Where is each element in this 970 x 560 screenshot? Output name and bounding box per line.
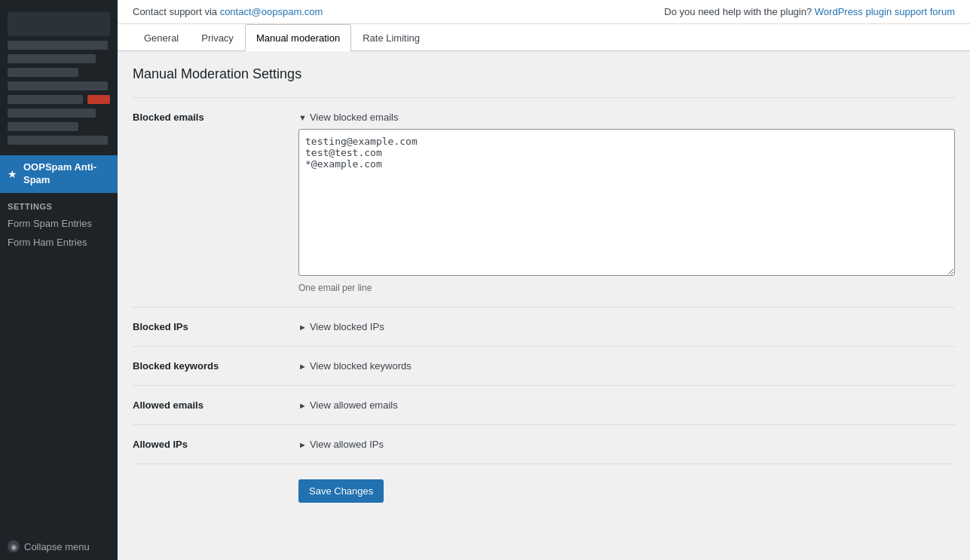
blocked-keywords-row: Blocked keywords ► View blocked keywords bbox=[133, 347, 955, 386]
topbar-contact: Contact support via contact@oopspam.com bbox=[133, 6, 323, 17]
sidebar-plugin-label: OOPSpam Anti-Spam bbox=[23, 161, 110, 187]
blocked-emails-field: ▼ View blocked emails One email per line bbox=[298, 98, 955, 308]
tab-rate-limiting[interactable]: Rate Limiting bbox=[351, 24, 431, 51]
save-button[interactable]: Save Changes bbox=[298, 479, 384, 503]
allowed-emails-toggle[interactable]: ► View allowed emails bbox=[298, 399, 955, 411]
blocked-emails-hint: One email per line bbox=[298, 283, 955, 293]
sidebar-plugin-item[interactable]: ★ OOPSpam Anti-Spam bbox=[0, 155, 118, 193]
star-icon: ★ bbox=[8, 168, 17, 180]
sidebar: ★ OOPSpam Anti-Spam Settings Form Spam E… bbox=[0, 0, 118, 560]
blocked-emails-arrow: ▼ bbox=[298, 113, 307, 122]
help-link[interactable]: WordPress plugin support forum bbox=[815, 6, 955, 17]
content-area: General Privacy Manual moderation Rate L… bbox=[118, 24, 970, 560]
allowed-ips-arrow: ► bbox=[298, 440, 307, 449]
topbar: Contact support via contact@oopspam.com … bbox=[118, 0, 970, 24]
help-text: Do you need help with the plugin? bbox=[664, 6, 814, 17]
allowed-emails-row: Allowed emails ► View allowed emails bbox=[133, 386, 955, 425]
tab-manual-moderation[interactable]: Manual moderation bbox=[245, 24, 351, 51]
tab-general[interactable]: General bbox=[133, 24, 190, 51]
blocked-emails-textarea[interactable] bbox=[298, 129, 955, 276]
allowed-ips-row: Allowed IPs ► View allowed IPs bbox=[133, 425, 955, 464]
main-content: Contact support via contact@oopspam.com … bbox=[118, 0, 970, 560]
blocked-keywords-field: ► View blocked keywords bbox=[298, 347, 955, 386]
allowed-ips-toggle[interactable]: ► View allowed IPs bbox=[298, 439, 955, 450]
settings-area: Manual Moderation Settings Blocked email… bbox=[118, 51, 970, 533]
blocked-keywords-toggle-label: View blocked keywords bbox=[310, 360, 412, 372]
blocked-ips-field: ► View blocked IPs bbox=[298, 308, 955, 347]
blocked-ips-toggle[interactable]: ► View blocked IPs bbox=[298, 321, 955, 332]
blocked-ips-toggle-label: View blocked IPs bbox=[310, 321, 384, 332]
blocked-keywords-toggle[interactable]: ► View blocked keywords bbox=[298, 360, 955, 372]
blocked-ips-arrow: ► bbox=[298, 323, 307, 332]
topbar-help: Do you need help with the plugin? WordPr… bbox=[664, 6, 955, 17]
page-title: Manual Moderation Settings bbox=[133, 66, 955, 82]
allowed-ips-field: ► View allowed IPs bbox=[298, 425, 955, 464]
allowed-emails-arrow: ► bbox=[298, 401, 307, 410]
blocked-ips-row: Blocked IPs ► View blocked IPs bbox=[133, 308, 955, 347]
blocked-emails-toggle[interactable]: ▼ View blocked emails bbox=[298, 112, 955, 123]
tab-privacy[interactable]: Privacy bbox=[190, 24, 245, 51]
blocked-keywords-label: Blocked keywords bbox=[133, 347, 298, 386]
allowed-ips-label: Allowed IPs bbox=[133, 425, 298, 464]
sidebar-collapse-button[interactable]: ◉ Collapse menu bbox=[0, 533, 118, 560]
allowed-emails-toggle-label: View allowed emails bbox=[310, 399, 398, 411]
save-row: Save Changes bbox=[133, 464, 955, 519]
sidebar-item-form-ham-entries[interactable]: Form Ham Entries bbox=[0, 233, 118, 252]
sidebar-collapse-label: Collapse menu bbox=[24, 541, 90, 552]
contact-text: Contact support via bbox=[133, 6, 220, 17]
allowed-ips-toggle-label: View allowed IPs bbox=[310, 439, 384, 450]
blocked-emails-row: Blocked emails ▼ View blocked emails One… bbox=[133, 98, 955, 308]
sidebar-settings-title: Settings bbox=[0, 193, 118, 214]
contact-email-link[interactable]: contact@oopspam.com bbox=[220, 6, 323, 17]
blocked-ips-label: Blocked IPs bbox=[133, 308, 298, 347]
sidebar-item-form-spam-entries[interactable]: Form Spam Entries bbox=[0, 214, 118, 233]
tabs-bar: General Privacy Manual moderation Rate L… bbox=[118, 24, 970, 51]
blocked-keywords-arrow: ► bbox=[298, 362, 307, 371]
settings-table: Blocked emails ▼ View blocked emails One… bbox=[133, 97, 955, 518]
blocked-emails-label: Blocked emails bbox=[133, 98, 298, 308]
blocked-emails-toggle-label: View blocked emails bbox=[310, 112, 399, 123]
allowed-emails-field: ► View allowed emails bbox=[298, 386, 955, 425]
collapse-icon: ◉ bbox=[8, 540, 20, 552]
allowed-emails-label: Allowed emails bbox=[133, 386, 298, 425]
